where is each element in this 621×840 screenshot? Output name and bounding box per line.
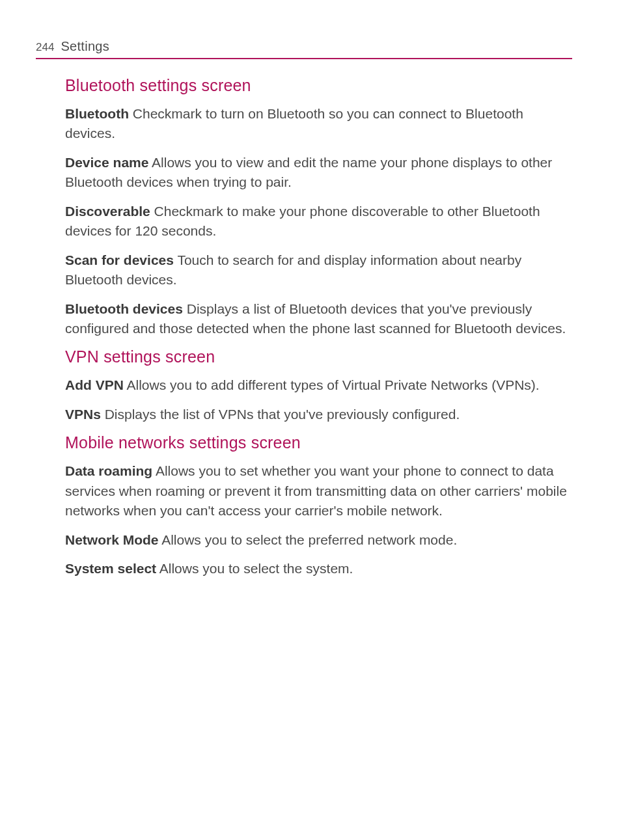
entry-desc: Allows you to select the system.: [156, 561, 353, 576]
page-title: Settings: [61, 39, 109, 54]
entry-bluetooth-devices: Bluetooth devices Displays a list of Blu…: [65, 299, 572, 339]
entry-network-mode: Network Mode Allows you to select the pr…: [65, 530, 572, 550]
section-heading-mobile-networks: Mobile networks settings screen: [65, 433, 572, 452]
entry-term: VPNs: [65, 407, 101, 422]
section-heading-vpn: VPN settings screen: [65, 347, 572, 366]
entry-term: Network Mode: [65, 532, 159, 547]
entry-desc: Allows you to add different types of Vir…: [124, 377, 540, 392]
entry-vpns: VPNs Displays the list of VPNs that you'…: [65, 405, 572, 424]
entry-system-select: System select Allows you to select the s…: [65, 559, 572, 578]
entry-scan-for-devices: Scan for devices Touch to search for and…: [65, 251, 572, 290]
entry-term: Scan for devices: [65, 252, 174, 267]
section-heading-bluetooth: Bluetooth settings screen: [65, 76, 572, 95]
entry-discoverable: Discoverable Checkmark to make your phon…: [65, 202, 572, 241]
entry-term: Discoverable: [65, 204, 150, 219]
entry-data-roaming: Data roaming Allows you to set whether y…: [65, 461, 572, 521]
entry-term: Device name: [65, 155, 148, 170]
entry-term: Bluetooth: [65, 106, 129, 121]
entry-bluetooth: Bluetooth Checkmark to turn on Bluetooth…: [65, 104, 572, 144]
page-header: 244 Settings: [36, 39, 572, 59]
entry-desc: Displays the list of VPNs that you've pr…: [101, 407, 460, 422]
entry-term: Data roaming: [65, 463, 152, 478]
entry-term: Bluetooth devices: [65, 301, 183, 316]
entry-device-name: Device name Allows you to view and edit …: [65, 153, 572, 193]
page-number: 244: [36, 41, 54, 54]
entry-term: Add VPN: [65, 377, 124, 392]
entry-desc: Checkmark to turn on Bluetooth so you ca…: [65, 106, 523, 141]
entry-desc: Allows you to select the preferred netwo…: [159, 532, 458, 547]
entry-term: System select: [65, 561, 156, 576]
entry-add-vpn: Add VPN Allows you to add different type…: [65, 375, 572, 395]
